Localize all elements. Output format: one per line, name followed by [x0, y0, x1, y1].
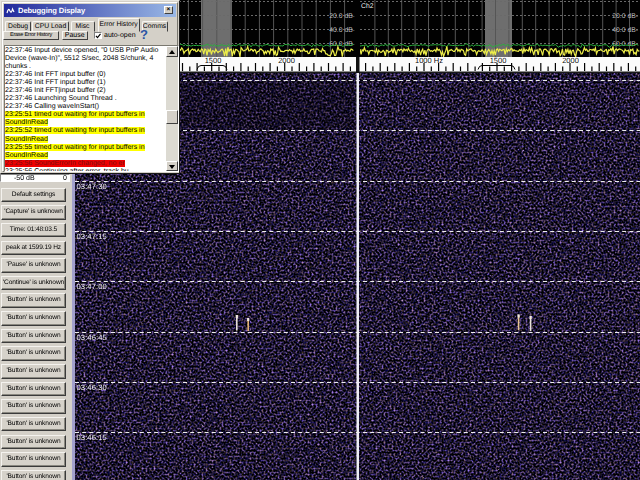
svg-text:1500: 1500: [205, 56, 222, 65]
svg-text:03:46:15: 03:46:15: [77, 433, 107, 442]
svg-text:20.0 dB-: 20.0 dB-: [612, 13, 638, 20]
svg-text:03:47:15: 03:47:15: [77, 232, 107, 241]
svg-text:1000 Hz: 1000 Hz: [415, 56, 443, 65]
svg-text:20.0 dB-: 20.0 dB-: [329, 13, 355, 20]
svg-text:40.0 dB-: 40.0 dB-: [329, 27, 355, 34]
svg-text:2000: 2000: [562, 56, 579, 65]
svg-text:03:46:45: 03:46:45: [77, 333, 107, 342]
svg-text:1500: 1500: [490, 56, 507, 65]
svg-text:60.0 dB-: 60.0 dB-: [329, 41, 355, 48]
svg-text:Ch2: Ch2: [361, 3, 374, 10]
svg-text:2000: 2000: [278, 56, 295, 65]
svg-text:03:47:30: 03:47:30: [77, 182, 107, 191]
svg-text:03:47:00: 03:47:00: [77, 282, 107, 291]
svg-text:03:46:30: 03:46:30: [77, 383, 107, 392]
svg-text:40.0 dB-: 40.0 dB-: [612, 27, 638, 34]
